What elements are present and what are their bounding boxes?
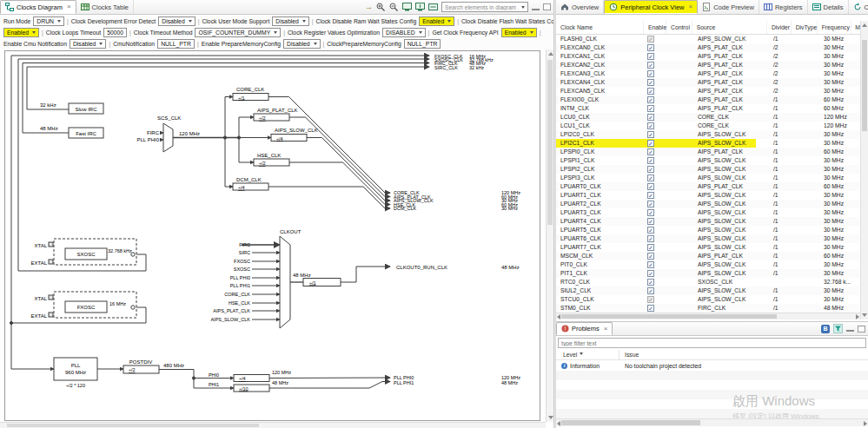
enable-checkbox[interactable]: ✓ (647, 79, 654, 86)
close-icon[interactable]: × (689, 3, 693, 10)
enable-checkbox[interactable]: ✓ (647, 201, 654, 207)
table-row[interactable]: LPUART5_CLK✓AIPS_SLOW_CLK/130 MHz (556, 226, 860, 234)
table-row[interactable]: LCU0_CLK✓CORE_CLK/1120 MHz (556, 113, 860, 122)
enable-checkbox[interactable]: ✓ (647, 44, 654, 51)
table-row[interactable]: LPI2C1_CLK✓AIPS_SLOW_CLK/130 MHz (556, 139, 860, 148)
enable-checkbox[interactable]: ✓ (647, 244, 654, 251)
config-select[interactable]: Disabled (158, 16, 195, 26)
enable-checkbox[interactable]: ✓ (647, 261, 654, 268)
table-row[interactable]: LPSPI2_CLK✓AIPS_SLOW_CLK/130 MHz (556, 165, 860, 174)
config-input[interactable]: NULL_PTR (157, 39, 195, 49)
tab-code-preview[interactable]: Code Preview (698, 0, 759, 14)
column-enable[interactable]: Enable (644, 21, 666, 34)
scroll-left-icon[interactable] (557, 314, 560, 319)
enable-checkbox[interactable]: ✓ (647, 122, 654, 129)
enable-checkbox[interactable]: ✓ (647, 192, 654, 199)
tab-details[interactable]: Details (808, 0, 849, 14)
enable-checkbox[interactable]: ✓ (647, 227, 654, 234)
enable-checkbox[interactable]: ✓ (647, 157, 654, 164)
table-row[interactable]: LCU1_CLK✓CORE_CLK/1120 MHz (556, 122, 860, 130)
problems-horizontal-scrollbar[interactable] (556, 418, 868, 426)
scrollbar-thumb[interactable] (862, 40, 867, 131)
forward-arrow-icon[interactable]: → (365, 3, 373, 11)
table-row[interactable]: LPSPI3_CLK✓AIPS_SLOW_CLK/130 MHz (556, 174, 860, 182)
maximize-view-icon[interactable] (858, 326, 865, 333)
table-horizontal-scrollbar[interactable] (556, 313, 860, 319)
tab-registers[interactable]: Registers (759, 0, 808, 14)
diagram-vertical-scrollbar[interactable] (546, 49, 553, 422)
table-row[interactable]: LPUART6_CLK✓AIPS_SLOW_CLK/130 MHz (556, 234, 860, 243)
config-select[interactable]: Disabled (283, 39, 320, 49)
table-row[interactable]: RTC0_CLK✓SXOSC_CLK32.768 k... (556, 278, 860, 286)
table-row[interactable]: INTM_CLK✓AIPS_PLAT_CLK/160 MHz (556, 104, 860, 113)
scrollbar-thumb[interactable] (547, 60, 553, 225)
scrollbar-thumb[interactable] (561, 420, 700, 425)
tab-problems[interactable]: ! Problems × (556, 322, 613, 335)
column-frequency[interactable]: Frequency (818, 21, 852, 34)
table-row[interactable]: STM0_CLK✓FIRC_CLK/148 MHz (556, 304, 860, 313)
table-row[interactable]: LPUART2_CLK✓AIPS_SLOW_CLK/130 MHz (556, 200, 860, 208)
column-level[interactable]: Level (556, 350, 620, 359)
table-row[interactable]: FLEXCAN3_CLK✓AIPS_PLAT_CLK/230 MHz (556, 69, 860, 78)
enable-checkbox[interactable]: ✓ (647, 148, 654, 155)
scrollbar-thumb[interactable] (561, 314, 777, 319)
enable-checkbox[interactable]: ✓ (647, 62, 654, 69)
enable-checkbox[interactable]: ✓ (647, 105, 654, 112)
enable-checkbox[interactable]: ✓ (647, 183, 654, 190)
table-row[interactable]: LPSPI1_CLK✓AIPS_SLOW_CLK/130 MHz (556, 156, 860, 165)
table-row[interactable]: LPUART0_CLK✓AIPS_PLAT_CLK/160 MHz (556, 182, 860, 191)
export-image-icon[interactable] (402, 3, 412, 11)
scroll-down-icon[interactable] (862, 313, 867, 317)
zoom-in-icon[interactable] (376, 3, 386, 12)
config-select[interactable]: Enabled (501, 28, 537, 37)
config-select[interactable]: Disabled (70, 39, 106, 49)
clock-diagram-canvas[interactable]: FXOSC_CLK 16 MHz SXOSC_CLK 32.768 kHz FI… (0, 49, 553, 428)
zoom-out-icon[interactable] (389, 3, 399, 12)
problems-filter-input[interactable] (558, 338, 866, 348)
table-row[interactable]: LPSPI0_CLK✓AIPS_PLAT_CLK/160 MHz (556, 148, 860, 156)
enable-checkbox[interactable]: ✓ (647, 36, 654, 43)
enable-checkbox[interactable]: ✓ (647, 88, 654, 95)
column-issue[interactable]: Issue (620, 350, 639, 359)
toggle-b-icon[interactable]: B (821, 325, 830, 333)
table-row[interactable]: LPUART3_CLK✓AIPS_SLOW_CLK/130 MHz (556, 208, 860, 217)
scroll-right-icon[interactable] (864, 421, 867, 426)
table-row[interactable]: FLEXCAN5_CLK✓AIPS_PLAT_CLK/230 MHz (556, 87, 860, 95)
enable-checkbox[interactable]: ✓ (647, 253, 654, 260)
enable-checkbox[interactable]: ✓ (647, 140, 654, 147)
table-row[interactable]: LPI2C0_CLK✓AIPS_SLOW_CLK/130 MHz (556, 130, 860, 139)
enable-checkbox[interactable]: ✓ (647, 96, 654, 103)
minimize-view-icon[interactable] (532, 8, 540, 10)
config-input[interactable]: NULL_PTR (404, 39, 441, 49)
problem-row[interactable]: iInformationNo toolchain project detecte… (556, 361, 868, 371)
tab-clocks-diagram[interactable]: Clocks Diagram × (0, 0, 76, 14)
table-row[interactable]: FLEXCAN0_CLK✓AIPS_PLAT_CLK/230 MHz (556, 43, 860, 52)
config-select[interactable]: DISABLED (382, 28, 426, 37)
enable-checkbox[interactable]: ✓ (647, 209, 654, 216)
scrollbar-thumb[interactable] (7, 424, 259, 427)
scroll-left-icon[interactable] (557, 421, 560, 426)
column-divider[interactable]: Divider (767, 21, 792, 34)
diagram-search-combo[interactable]: Search elements in diagram ... (441, 2, 528, 12)
table-row[interactable]: PIT0_CLK✓AIPS_SLOW_CLK/130 MHz (556, 260, 860, 269)
enable-checkbox[interactable]: ✓ (647, 305, 654, 312)
enable-checkbox[interactable]: ✓ (647, 270, 654, 277)
column-control[interactable]: Control (666, 21, 692, 34)
scs-mux[interactable] (163, 123, 173, 152)
table-vertical-scrollbar[interactable] (860, 21, 868, 319)
minimize-view-icon[interactable] (846, 329, 854, 332)
enable-checkbox[interactable]: ✓ (647, 166, 654, 173)
enable-checkbox[interactable]: ✓ (647, 279, 654, 286)
config-select[interactable]: Enabled (3, 28, 39, 37)
enable-checkbox[interactable]: ✓ (647, 296, 654, 303)
table-row[interactable]: SIUL2_CLK✓AIPS_SLOW_CLK/130 MHz (556, 286, 860, 295)
enable-checkbox[interactable]: ✓ (647, 114, 654, 121)
pll-box[interactable] (54, 358, 97, 380)
column-clock-name[interactable]: Clock Name (556, 21, 644, 34)
table-row[interactable]: FLEXIO0_CLK✓AIPS_PLAT_CLK/160 MHz (556, 95, 860, 104)
maximize-view-icon[interactable] (543, 3, 551, 10)
scroll-right-icon[interactable] (856, 314, 859, 319)
table-row[interactable]: FLEXCAN2_CLK✓AIPS_PLAT_CLK/230 MHz (556, 61, 860, 69)
config-select[interactable]: Disabled (272, 16, 308, 26)
config-input[interactable]: 50000 (103, 28, 127, 37)
